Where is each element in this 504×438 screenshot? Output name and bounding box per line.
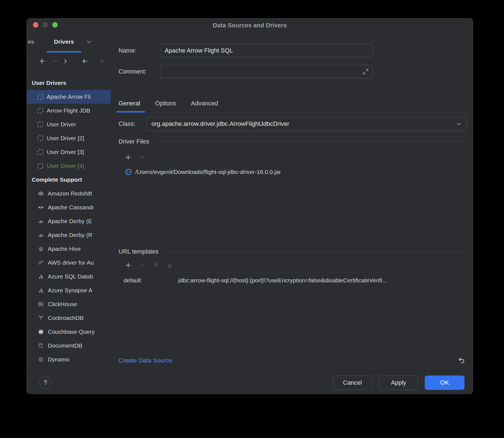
driver-item-label: CockroachDB — [48, 315, 84, 321]
ok-button[interactable]: OK — [425, 376, 464, 390]
add-icon[interactable] — [39, 58, 45, 64]
driver-list-item[interactable]: ClickHouse — [27, 297, 111, 311]
dynamo-icon — [38, 356, 44, 363]
driver-item-label: User Driver [4] — [47, 163, 84, 169]
derby-icon — [38, 232, 44, 238]
title-bar: Data Sources and Drivers — [27, 19, 473, 31]
expand-icon[interactable] — [362, 68, 369, 75]
tab-advanced[interactable]: Advanced — [191, 94, 218, 112]
jdbc-driver-icon — [38, 122, 43, 127]
driver-list-item[interactable]: User Driver — [27, 118, 111, 131]
driver-list-item[interactable]: Apache Derby (E — [27, 214, 111, 228]
jdbc-driver-icon — [38, 149, 43, 155]
driver-list-item[interactable]: {}DocumentDB — [27, 339, 111, 353]
driver-item-label: Apache Derby (E — [48, 218, 92, 225]
remove-icon[interactable] — [53, 58, 59, 64]
clickhouse-icon — [38, 301, 44, 307]
undo-icon[interactable] — [457, 356, 466, 365]
help-button[interactable]: ? — [39, 377, 51, 389]
zoom-window-button[interactable] — [52, 22, 58, 28]
driver-list-item[interactable]: Azure SQL Datab — [27, 270, 111, 283]
chevron-down-icon — [455, 120, 463, 127]
section-header-user-drivers: User Drivers — [27, 76, 111, 90]
driver-item-label: Amazon Redshift — [48, 190, 92, 197]
derby-icon — [38, 218, 44, 225]
driver-item-label: User Driver — [47, 121, 76, 128]
jdbc-driver-icon — [38, 94, 43, 100]
section-header-complete-support: Complete Support — [27, 173, 111, 187]
driver-file-row[interactable]: /Users/evgenii/Downloads/flight-sql-jdbc… — [119, 166, 466, 178]
driver-file-path: /Users/evgenii/Downloads/flight-sql-jdbc… — [135, 169, 281, 175]
back-icon[interactable] — [82, 58, 88, 64]
driver-detail-panel: Name: Apache Arrow Flight SQL Comment: — [111, 31, 473, 371]
driver-item-label: Dynamo — [48, 356, 69, 363]
class-value: org.apache.arrow.driver.jdbc.ArrowFlight… — [151, 120, 289, 127]
driver-list-item[interactable]: Arrow Flight JDB — [27, 104, 111, 118]
driver-item-label: Azure SQL Datab — [48, 273, 93, 280]
move-down-icon[interactable] — [166, 262, 173, 268]
close-window-button[interactable] — [33, 22, 38, 28]
class-dropdown[interactable]: org.apache.arrow.driver.jdbc.ArrowFlight… — [146, 117, 467, 131]
url-template-value-cell[interactable]: jdbc:arrow-flight-sql://{host}:{port}\?u… — [174, 272, 466, 289]
url-templates-box: default jdbc:arrow-flight-sql://{host}:{… — [119, 259, 466, 344]
driver-item-label: Apache Hive — [48, 246, 81, 252]
tab-data-sources-clipped[interactable]: es — [28, 38, 34, 45]
driver-item-label: User Driver [2] — [47, 135, 84, 142]
driver-list-item[interactable]: Amazon Redshift — [27, 187, 111, 200]
driver-list-item[interactable]: AWS driver for Au — [27, 256, 111, 270]
driver-list-item[interactable]: Couchbase Query — [27, 325, 111, 339]
remove-icon[interactable] — [139, 262, 145, 268]
tab-options[interactable]: Options — [155, 94, 176, 112]
cancel-button[interactable]: Cancel — [333, 376, 372, 390]
driver-item-label: ClickHouse — [48, 301, 77, 307]
driver-list-item[interactable]: Apache Derby (R — [27, 228, 111, 242]
url-template-name-cell[interactable]: default — [119, 272, 174, 289]
driver-list: User DriversApache Arrow FliArrow Flight… — [27, 69, 111, 371]
driver-list-item[interactable]: User Driver [2] — [27, 131, 111, 145]
sidebar-toolbar — [27, 53, 111, 69]
show-icon[interactable] — [62, 58, 69, 64]
tab-drivers[interactable]: Drivers — [47, 31, 81, 53]
tab-general-label: General — [119, 100, 140, 107]
dialog-title: Data Sources and Drivers — [27, 19, 473, 32]
driver-list-item[interactable]: User Driver [4] — [27, 159, 111, 173]
driver-list-item[interactable]: CockroachDB — [27, 311, 111, 325]
driver-list-item[interactable]: Apache Hive — [27, 242, 111, 256]
azure-icon — [38, 273, 44, 280]
svg-text:{}: {} — [41, 345, 43, 348]
driver-item-label: Apache Arrow Fli — [47, 93, 91, 100]
apply-button[interactable]: Apply — [379, 376, 418, 390]
create-data-source-link[interactable]: Create Data Source — [119, 357, 172, 364]
tab-general[interactable]: General — [119, 94, 140, 112]
jdbc-driver-icon — [38, 108, 43, 113]
name-label: Name: — [119, 47, 160, 54]
minimize-window-button[interactable] — [43, 22, 48, 28]
tab-drivers-label: Drivers — [54, 38, 74, 45]
comment-input[interactable] — [160, 65, 373, 78]
remove-icon[interactable] — [139, 154, 145, 161]
driver-list-item[interactable]: Apache Arrow Fli — [27, 90, 111, 104]
section-rule — [162, 252, 466, 252]
add-icon[interactable] — [125, 262, 132, 268]
driver-list-item[interactable]: User Driver [3] — [27, 145, 111, 159]
forward-icon[interactable] — [98, 58, 105, 64]
screen-background: Data Sources and Drivers es Drivers User… — [0, 0, 504, 438]
couchbase-icon — [38, 328, 44, 335]
driver-item-label: Arrow Flight JDB — [47, 107, 90, 114]
chevron-down-icon[interactable] — [86, 38, 92, 45]
driver-list-item[interactable]: Dynamo — [27, 353, 111, 366]
cassandra-icon — [38, 204, 44, 211]
driver-files-header: Driver Files — [119, 138, 149, 145]
move-up-icon[interactable] — [153, 262, 159, 268]
driver-files-toolbar — [119, 150, 466, 164]
driver-item-label: Couchbase Query — [48, 328, 95, 335]
section-rule — [153, 142, 466, 142]
add-icon[interactable] — [125, 154, 132, 161]
driver-list-item[interactable]: Azure Synapse A — [27, 283, 111, 297]
name-value: Apache Arrow Flight SQL — [165, 47, 233, 54]
active-tab-underline — [116, 111, 145, 113]
url-template-row[interactable]: default jdbc:arrow-flight-sql://{host}:{… — [119, 272, 466, 289]
name-input[interactable]: Apache Arrow Flight SQL — [160, 44, 373, 57]
driver-list-item[interactable]: Apache Cassandr — [27, 200, 111, 214]
jar-file-icon — [125, 168, 132, 176]
